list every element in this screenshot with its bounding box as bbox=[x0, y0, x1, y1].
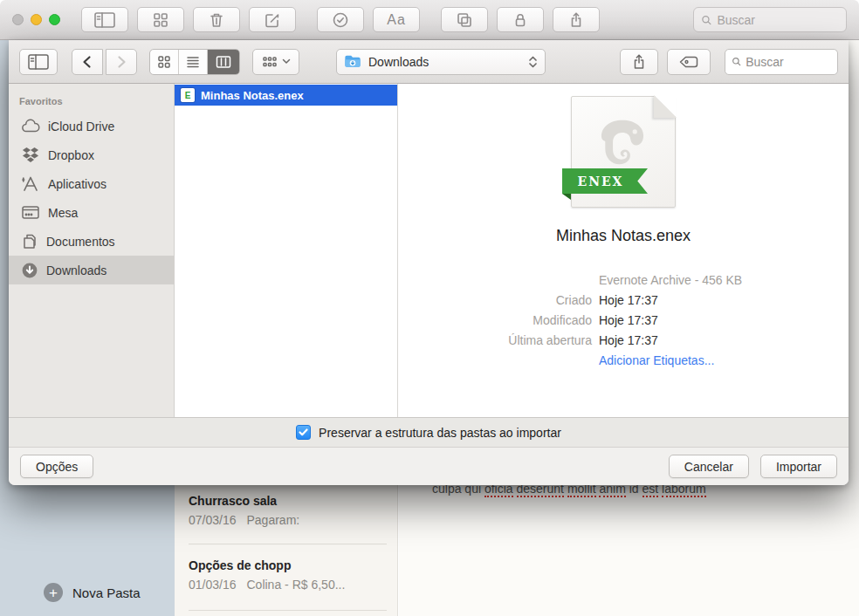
arrange-button[interactable] bbox=[252, 49, 299, 75]
check-icon bbox=[299, 428, 308, 436]
sync-button[interactable] bbox=[317, 7, 364, 32]
chevron-right-icon bbox=[114, 54, 128, 70]
enex-file-icon: ENEX bbox=[571, 96, 676, 208]
list-view-button[interactable] bbox=[179, 50, 208, 74]
note-date: 01/03/16 bbox=[189, 578, 237, 592]
sidebar-item-dropbox[interactable]: Dropbox bbox=[9, 140, 174, 169]
documents-icon bbox=[21, 233, 38, 250]
enex-badge: ENEX bbox=[562, 168, 648, 194]
sidebar-item-downloads[interactable]: Downloads bbox=[9, 256, 174, 284]
card-view-button[interactable] bbox=[137, 7, 184, 32]
location-label: Downloads bbox=[368, 55, 429, 69]
file-list-column: E Minhas Notas.enex bbox=[175, 84, 398, 417]
lock-button[interactable] bbox=[497, 7, 544, 32]
chevron-down-icon bbox=[282, 58, 291, 65]
sidebar-toggle-button[interactable] bbox=[81, 7, 128, 32]
downloads-folder-icon bbox=[344, 54, 361, 69]
share-icon bbox=[567, 11, 585, 29]
sidebar-item-label: Documentos bbox=[46, 235, 115, 249]
share-button[interactable] bbox=[553, 7, 600, 32]
dialog-search-input[interactable] bbox=[746, 55, 831, 69]
enex-file-mini-icon: E bbox=[181, 88, 195, 102]
note-title: Opções de chopp bbox=[189, 558, 385, 572]
duplicate-icon bbox=[456, 11, 473, 29]
file-kind-size: Evernote Archive - 456 KB bbox=[599, 273, 787, 287]
cancel-button[interactable]: Cancelar bbox=[669, 455, 749, 478]
dialog-search-field[interactable] bbox=[725, 49, 838, 75]
sidebar-item-label: Downloads bbox=[46, 264, 107, 277]
sidebar-item-label: Mesa bbox=[48, 206, 78, 220]
duplicate-button[interactable] bbox=[441, 7, 488, 32]
sidebar-panel-icon bbox=[28, 54, 49, 70]
add-tags-link[interactable]: Adicionar Etiquetas... bbox=[599, 353, 787, 367]
window-search-field[interactable] bbox=[693, 7, 847, 32]
grid-view-icon bbox=[152, 11, 169, 29]
location-dropdown[interactable]: Downloads bbox=[336, 49, 546, 75]
zoom-button[interactable] bbox=[49, 14, 60, 25]
tag-icon bbox=[678, 55, 699, 69]
divider bbox=[189, 544, 387, 544]
note-title: Churrasco sala bbox=[189, 494, 385, 508]
new-folder-button[interactable]: + Nova Pasta bbox=[44, 583, 141, 602]
format-text-icon: Aa bbox=[387, 12, 406, 28]
search-icon bbox=[732, 56, 741, 67]
evernote-elephant-icon bbox=[592, 112, 653, 173]
list-item[interactable]: Opções de chopp 01/03/16Colina - R$ 6,50… bbox=[189, 558, 385, 592]
close-button[interactable] bbox=[12, 14, 24, 25]
delete-note-button[interactable] bbox=[193, 7, 240, 32]
downloads-circle-icon bbox=[21, 262, 38, 279]
options-button[interactable]: Opções bbox=[20, 455, 93, 478]
window-toolbar: Aa bbox=[0, 0, 859, 40]
note-snippet: Colina - R$ 6,50... bbox=[247, 578, 346, 592]
icon-view-button[interactable] bbox=[150, 50, 179, 74]
dialog-sidebar-toggle-button[interactable] bbox=[19, 49, 58, 75]
note-subtitle: 01/03/16Colina - R$ 6,50... bbox=[189, 578, 385, 592]
dropbox-icon bbox=[21, 147, 40, 163]
import-dialog: Downloads Favoritos iCloud Drive bbox=[9, 40, 849, 485]
list-item[interactable]: Churrasco sala 07/03/16Pagaram: bbox=[189, 494, 385, 527]
dialog-share-button[interactable] bbox=[620, 49, 658, 75]
file-info-grid: Evernote Archive - 456 KB Criado Hoje 17… bbox=[459, 273, 787, 367]
file-name: Minhas Notas.enex bbox=[201, 89, 304, 102]
favorites-sidebar: Favoritos iCloud Drive Dropbox Aplicativ… bbox=[9, 84, 175, 417]
list-view-icon bbox=[185, 54, 201, 70]
note-date: 07/03/16 bbox=[189, 513, 237, 527]
sidebar-item-applications[interactable]: Aplicativos bbox=[9, 169, 174, 198]
cloud-icon bbox=[21, 119, 40, 134]
view-mode-segmented-control bbox=[149, 49, 240, 75]
window-search-input[interactable] bbox=[717, 13, 839, 27]
sidebar-item-desktop[interactable]: Mesa bbox=[9, 198, 174, 227]
sidebar-item-documents[interactable]: Documentos bbox=[9, 227, 174, 256]
search-icon bbox=[701, 14, 711, 26]
sync-check-icon bbox=[332, 11, 349, 29]
format-button[interactable]: Aa bbox=[373, 7, 420, 32]
file-row-selected[interactable]: E Minhas Notas.enex bbox=[175, 85, 397, 106]
icon-view-icon bbox=[156, 54, 172, 70]
note-snippet: Pagaram: bbox=[247, 513, 300, 527]
page-fold bbox=[654, 95, 677, 118]
compose-icon bbox=[264, 11, 281, 29]
column-view-button[interactable] bbox=[208, 50, 239, 74]
arrange-grid-icon bbox=[262, 55, 278, 69]
import-button[interactable]: Importar bbox=[760, 455, 837, 478]
forward-button[interactable] bbox=[106, 49, 137, 75]
sidebar-section-header: Favoritos bbox=[9, 92, 174, 112]
tags-button[interactable] bbox=[667, 49, 711, 75]
lock-icon bbox=[512, 11, 529, 29]
sidebar-panel-icon bbox=[94, 12, 115, 28]
detail-value: Hoje 17:37 bbox=[599, 333, 787, 347]
ribbon-fold bbox=[562, 194, 571, 200]
back-button[interactable] bbox=[72, 49, 103, 75]
note-subtitle: 07/03/16Pagaram: bbox=[189, 513, 385, 527]
import-options-row: Preservar a estrutura das pastas ao impo… bbox=[9, 417, 849, 447]
new-note-button[interactable] bbox=[249, 7, 296, 32]
preserve-structure-checkbox[interactable] bbox=[296, 425, 311, 440]
sidebar-item-label: Aplicativos bbox=[48, 177, 107, 191]
up-down-chevrons-icon bbox=[528, 55, 538, 69]
detail-label: Última abertura bbox=[459, 333, 592, 347]
new-folder-label: Nova Pasta bbox=[72, 585, 141, 600]
column-view-icon bbox=[215, 54, 232, 70]
dialog-toolbar: Downloads bbox=[9, 40, 849, 84]
sidebar-item-icloud-drive[interactable]: iCloud Drive bbox=[9, 112, 174, 140]
minimize-button[interactable] bbox=[31, 14, 42, 25]
